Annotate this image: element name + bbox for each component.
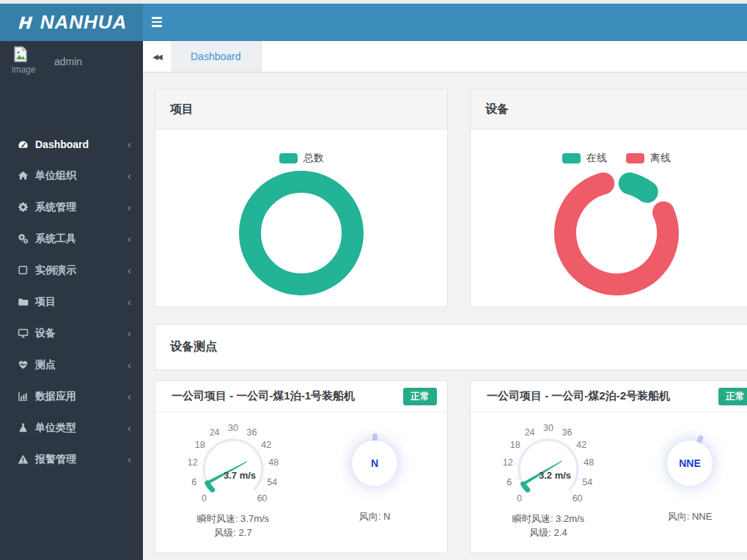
project-panel-title: 项目 [155, 89, 447, 130]
project-panel-body: 总数 [155, 130, 447, 306]
project-panel: 项目 总数 [155, 89, 448, 307]
sidebar-item-alarm-mgmt[interactable]: 报警管理 ‹ [0, 443, 143, 475]
svg-text:60: 60 [573, 493, 583, 504]
status-badge: 正常 [718, 388, 747, 405]
gears-icon [18, 233, 35, 244]
sidebar-item-label: 单位组织 [35, 169, 76, 183]
svg-text:6: 6 [507, 477, 512, 487]
heartbeat-icon [18, 359, 35, 370]
svg-text:42: 42 [261, 440, 271, 450]
device-panel-body: 在线 离线 [471, 130, 747, 306]
project-chart-legend: 总数 [279, 152, 324, 165]
folder-icon [18, 296, 35, 307]
chevron-left-icon: ‹ [128, 358, 131, 371]
svg-text:48: 48 [268, 457, 279, 468]
tab-bar: ◀◀ Dashboard [143, 41, 747, 73]
sidebar-item-label: 实例演示 [35, 264, 76, 277]
legend-item-offline[interactable]: 离线 [626, 152, 671, 165]
sidebar-item-dashboard[interactable]: Dashboard ‹ [0, 128, 143, 160]
svg-text:24: 24 [210, 427, 220, 438]
wind-direction-value: 风向: NNE [628, 510, 747, 523]
sidebar-item-projects[interactable]: 项目 ‹ [0, 286, 143, 317]
gear-icon [18, 202, 35, 213]
legend-swatch [626, 153, 644, 163]
sidebar-item-system-tools[interactable]: 系统工具 ‹ [0, 223, 143, 254]
device-donut-chart [551, 168, 682, 298]
legend-item-online[interactable]: 在线 [562, 152, 607, 165]
chevron-left-icon: ‹ [128, 453, 131, 465]
tabs-collapse-button[interactable]: ◀◀ [143, 41, 171, 72]
wind-direction-compass: NNE [662, 435, 718, 491]
wind-speed-gauge-chart: 061218243036424854603.7 m/s [155, 413, 311, 509]
sidebar-item-data-apps[interactable]: 数据应用 ‹ [0, 380, 143, 412]
broken-image-icon [12, 45, 29, 63]
avatar: image [12, 45, 45, 75]
chevron-left-icon: ‹ [128, 421, 131, 434]
legend-swatch [279, 153, 298, 163]
svg-text:60: 60 [257, 493, 268, 504]
measure-card-title: 一公司项目 - 一公司-煤2泊-2号装船机 [487, 389, 670, 403]
sidebar-item-label: 单位类型 [35, 421, 76, 435]
legend-swatch [562, 153, 581, 163]
bar-chart-icon [18, 391, 35, 402]
chevron-left-icon: ‹ [128, 201, 131, 213]
svg-text:3.7 m/s: 3.7 m/s [224, 470, 256, 481]
user-name: admin [54, 56, 82, 67]
brand-name: NANHUA [40, 11, 128, 34]
tab-dashboard[interactable]: Dashboard [171, 41, 262, 72]
tab-label: Dashboard [191, 51, 241, 62]
sidebar-menu: Dashboard ‹ 单位组织 ‹ 系统管理 ‹ [0, 128, 143, 475]
wind-speed-gauge-block: 061218243036424854603.7 m/s 瞬时风速: 3.7m/s… [155, 413, 311, 539]
sidebar-item-label: 项目 [35, 295, 56, 309]
section-title: 设备测点 [170, 339, 217, 355]
sidebar-item-demo[interactable]: 实例演示 ‹ [0, 254, 143, 286]
sidebar: image admin Dashboard ‹ 单位组织 ‹ [0, 41, 143, 560]
sidebar-item-points[interactable]: 测点 ‹ [0, 349, 143, 380]
legend-label: 离线 [650, 152, 671, 165]
svg-text:54: 54 [267, 477, 277, 487]
svg-text:36: 36 [246, 427, 257, 438]
sidebar-item-unit-types[interactable]: 单位类型 ‹ [0, 412, 143, 443]
svg-text:24: 24 [525, 427, 535, 438]
measure-card-title: 一公司项目 - 一公司-煤1泊-1号装船机 [172, 389, 355, 403]
nanhua-logo-icon [16, 14, 35, 32]
chevron-left-icon: ‹ [128, 232, 131, 245]
svg-text:18: 18 [195, 440, 205, 450]
square-icon [18, 265, 35, 276]
svg-text:36: 36 [562, 427, 572, 438]
sidebar-item-system-mgmt[interactable]: 系统管理 ‹ [0, 191, 143, 223]
wind-speed-gauge-block: 061218243036424854603.2 m/s 瞬时风速: 3.2m/s… [471, 413, 626, 539]
legend-label: 总数 [303, 152, 324, 165]
top-navbar: NANHUA [0, 4, 747, 41]
sidebar-item-devices[interactable]: 设备 ‹ [0, 317, 143, 349]
svg-text:6: 6 [191, 477, 196, 487]
svg-text:30: 30 [228, 423, 238, 433]
chevron-left-icon: ‹ [128, 138, 131, 150]
device-panel: 设备 在线 离线 [470, 89, 747, 307]
monitor-icon [18, 328, 35, 339]
warning-triangle-icon [18, 454, 35, 465]
svg-text:30: 30 [543, 423, 553, 433]
chevron-left-icon: ‹ [128, 390, 131, 402]
legend-item-total[interactable]: 总数 [279, 152, 324, 165]
sidebar-item-org[interactable]: 单位组织 ‹ [0, 160, 143, 191]
sidebar-toggle-hamburger-icon[interactable] [150, 16, 163, 28]
brand-logo[interactable]: NANHUA [0, 4, 143, 41]
svg-text:48: 48 [584, 457, 594, 468]
sidebar-item-label: Dashboard [35, 139, 89, 150]
svg-text:42: 42 [576, 440, 586, 450]
svg-text:0: 0 [202, 493, 207, 504]
svg-text:12: 12 [503, 457, 513, 468]
home-icon [18, 170, 35, 181]
wind-direction-compass: N [347, 435, 402, 491]
device-points-section: 设备测点 [155, 324, 747, 370]
tachometer-icon [18, 139, 35, 150]
measure-card-2: 一公司项目 - 一公司-煤2泊-2号装船机 正常 061218243036424… [470, 380, 747, 553]
wind-scale-value: 风级: 2.4 [471, 526, 626, 539]
summary-charts-row: 项目 总数 设备 [155, 89, 747, 307]
svg-text:0: 0 [517, 493, 522, 504]
sidebar-item-label: 系统工具 [35, 232, 76, 246]
sidebar-item-label: 测点 [35, 358, 56, 372]
measure-card-body: 061218243036424854603.7 m/s 瞬时风速: 3.7m/s… [155, 412, 447, 553]
measure-card-1: 一公司项目 - 一公司-煤1泊-1号装船机 正常 061218243036424… [155, 380, 448, 553]
